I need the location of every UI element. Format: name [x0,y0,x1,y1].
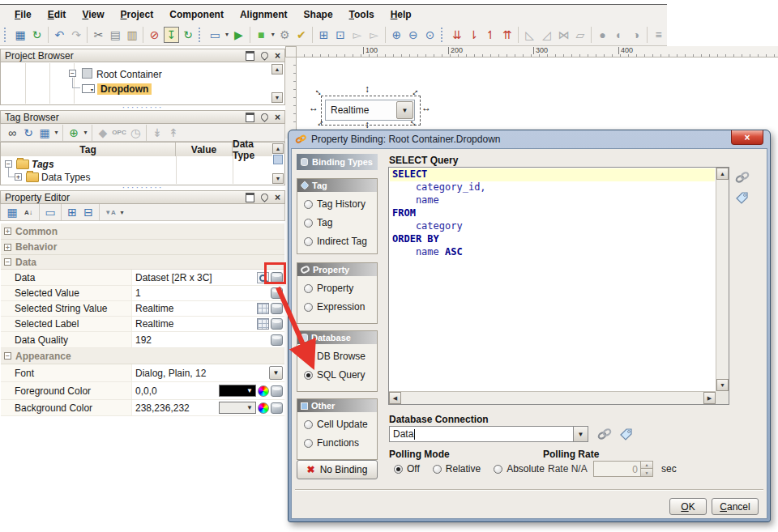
category-expander[interactable]: + [4,228,11,235]
menu-help[interactable]: Help [383,7,420,22]
sql-query-editor[interactable]: SELECT category_id, nameFROM categoryORD… [388,167,729,405]
radio-button[interactable] [304,352,313,361]
polling-rate-spinner[interactable]: 0 ▲ ▼ [593,461,653,477]
cancel-button[interactable]: Cancel [712,498,759,515]
property-value[interactable]: 1 [135,286,252,300]
property-value[interactable]: Realtime [135,317,173,331]
radio-button[interactable] [494,465,502,474]
spinner-up-button[interactable]: ▲ [640,462,652,469]
property-value[interactable]: 238,236,232 [135,400,190,415]
radio-button[interactable] [304,219,313,228]
binding-icon[interactable] [271,402,283,414]
bring-to-front-icon[interactable]: ⇈ [500,27,515,43]
string-editor-icon[interactable] [257,303,269,314]
zoom-out-icon[interactable]: ⊖ [406,27,421,43]
category-expander[interactable]: + [4,244,11,251]
property-value[interactable]: 192 [135,332,252,347]
radio-polling-off[interactable]: Off [394,463,420,475]
binding-icon[interactable] [271,385,283,397]
radio-button[interactable] [304,420,313,429]
category-label: Common [15,226,58,237]
radio-cell-update[interactable]: Cell Update [304,419,368,430]
zoom-fit-icon[interactable]: ⊞ [316,27,331,43]
color-wheel-icon[interactable] [258,385,269,397]
property-category-appearance[interactable]: −Appearance [1,348,284,364]
vertical-scrollbar[interactable]: ▲ ▼ [716,168,729,391]
tag-reference-icon[interactable] [735,191,749,205]
spinner-down-button[interactable]: ▼ [640,469,652,476]
binding-icon[interactable] [271,318,283,330]
menu-shape[interactable]: Shape [296,7,341,22]
radio-functions[interactable]: Functions [304,437,359,449]
scroll-left-button[interactable]: ◀ [389,392,401,404]
radio-button[interactable] [304,200,313,209]
radio-expression[interactable]: Expression [304,301,365,313]
bring-forward-icon[interactable]: ↿ [483,27,498,43]
dialog-close-button[interactable]: × [731,130,763,145]
sql-line: SELECT [390,168,715,181]
list-icon[interactable]: ≡ [651,27,666,43]
radio-button[interactable] [304,237,313,246]
radio-button[interactable] [304,439,313,448]
font-dropdown-button[interactable]: ▼ [269,366,283,380]
radio-polling-absolute[interactable]: Absolute [494,463,545,475]
property-value[interactable]: Dialog, Plain, 12 [135,364,206,381]
dialog-titlebar[interactable]: Property Binding: Root Container.Dropdow… [295,134,500,145]
database-connection-combo[interactable]: Data ▼ [389,426,588,442]
tag-reference-icon[interactable] [619,428,633,441]
scroll-up-button[interactable]: ▲ [716,168,729,180]
property-value[interactable]: Realtime [135,301,173,316]
tag-icon [300,181,309,189]
binding-icon[interactable] [271,334,283,346]
scroll-right-button[interactable]: ▶ [703,392,716,404]
property-category-behavior[interactable]: +Behavior [1,240,284,255]
combo-arrow-button[interactable]: ▼ [573,427,588,441]
menu-tools[interactable]: Tools [341,7,383,22]
no-binding-x-icon: ✖ [307,464,315,475]
zoom-in-icon[interactable]: ⊕ [389,27,404,43]
send-backward-icon[interactable]: ⇂ [466,27,481,43]
horizontal-scrollbar[interactable]: ◀ ▶ [389,391,716,404]
radio-button[interactable] [433,465,442,474]
resize-handle-n[interactable]: ↕ [365,85,370,93]
binding-icon[interactable] [271,303,283,314]
radio-label: Absolute [507,463,545,475]
send-to-back-icon[interactable]: ⇊ [450,27,465,43]
property-category-common[interactable]: +Common [1,223,284,240]
radio-property[interactable]: Property [304,283,353,294]
category-expander[interactable]: − [4,352,11,360]
zoom-region-icon[interactable]: ⊡ [333,27,348,43]
property-value[interactable]: 0,0,0 [135,382,157,399]
property-value[interactable]: Dataset [2R x 3C] [135,270,212,285]
resize-handle-s[interactable]: ↕ [365,121,370,129]
radio-button[interactable] [304,284,313,293]
radio-tag[interactable]: Tag [304,217,332,228]
zoom-actual-icon[interactable]: ⊙ [422,27,438,43]
resize-handle-w[interactable]: ↔ [309,104,318,112]
property-link-icon[interactable] [734,170,750,185]
color-swatch-button[interactable]: ▼ [219,385,256,397]
ok-button[interactable]: OK [669,498,707,515]
radio-button-selected[interactable] [394,465,403,474]
color-wheel-icon[interactable] [258,402,269,414]
dropdown-component[interactable]: Realtime ▼ [325,100,415,121]
radio-indirect-tag[interactable]: Indirect Tag [304,236,367,247]
dropdown-arrow-button[interactable]: ▼ [396,101,413,119]
radio-button[interactable] [304,303,313,312]
no-binding-button[interactable]: ✖ No Binding [297,460,378,479]
resize-handle-e[interactable]: ↔ [421,104,431,112]
color-swatch-button[interactable]: ▼ [219,402,256,414]
radio-button-selected[interactable] [304,371,313,380]
scroll-down-button[interactable]: ▼ [716,379,729,391]
radio-db-browse[interactable]: DB Browse [304,351,365,362]
binding-icon[interactable] [271,287,283,299]
lock-check-icon[interactable]: ✔ [294,27,310,43]
radio-sql-query[interactable]: SQL Query [304,369,365,381]
string-editor-icon[interactable] [257,318,269,330]
radio-tag-history[interactable]: Tag History [304,198,365,210]
radio-polling-relative[interactable]: Relative [433,463,481,475]
sql-code[interactable]: SELECT category_id, nameFROM categoryORD… [390,168,715,390]
category-expander[interactable]: − [4,258,11,266]
property-link-icon[interactable] [596,427,613,441]
property-category-data[interactable]: −Data [1,255,284,270]
